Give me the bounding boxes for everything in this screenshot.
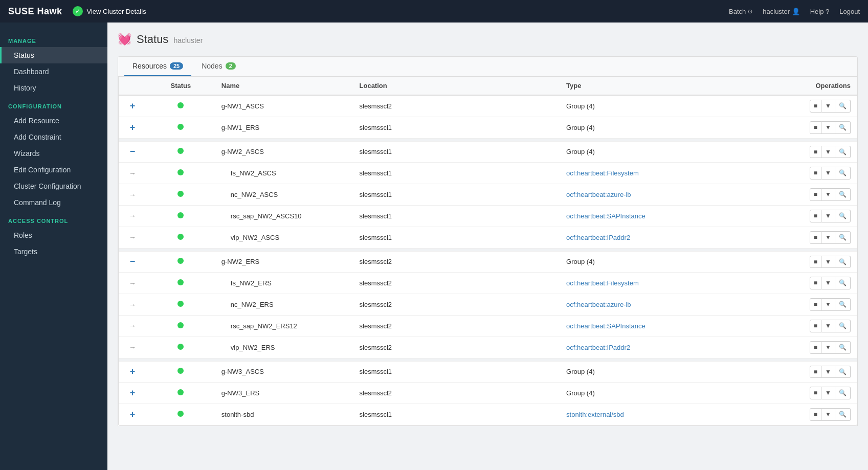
row-expander[interactable]: + <box>119 95 146 117</box>
row-expander[interactable]: − <box>119 141 146 163</box>
ops-search-button[interactable]: 🔍 <box>835 146 851 159</box>
ops-dropdown-button[interactable]: ▼ <box>821 121 835 134</box>
row-expander[interactable]: − <box>119 251 146 273</box>
stop-button[interactable]: ■ <box>810 277 821 289</box>
ops-search-button[interactable]: 🔍 <box>835 408 851 421</box>
ops-search-button[interactable]: 🔍 <box>835 387 851 399</box>
stop-button[interactable]: ■ <box>810 298 821 311</box>
ops-dropdown-button[interactable]: ▼ <box>821 210 835 222</box>
stop-button[interactable]: ■ <box>810 100 821 113</box>
stop-button[interactable]: ■ <box>810 210 821 222</box>
stop-button[interactable]: ■ <box>810 188 821 201</box>
row-type[interactable]: ocf:heartbeat:Filesystem <box>560 163 753 184</box>
row-expander[interactable]: → <box>119 337 146 358</box>
row-expander[interactable]: → <box>119 227 146 248</box>
ops-search-button[interactable]: 🔍 <box>835 231 851 244</box>
logout-link[interactable]: Logout <box>839 8 860 15</box>
type-link[interactable]: ocf:heartbeat:IPaddr2 <box>566 234 630 241</box>
ops-search-button[interactable]: 🔍 <box>835 121 851 134</box>
tab-nodes[interactable]: Nodes 2 <box>193 57 244 76</box>
row-expander[interactable]: + <box>119 117 146 138</box>
row-expander[interactable]: → <box>119 163 146 184</box>
ops-dropdown-button[interactable]: ▼ <box>821 188 835 201</box>
ops-dropdown-button[interactable]: ▼ <box>821 277 835 289</box>
ops-dropdown-button[interactable]: ▼ <box>821 366 835 378</box>
row-type[interactable]: ocf:heartbeat:azure-lb <box>560 184 753 206</box>
ops-dropdown-button[interactable]: ▼ <box>821 256 835 268</box>
stop-button[interactable]: ■ <box>810 167 821 180</box>
stop-button[interactable]: ■ <box>810 146 821 159</box>
type-link[interactable]: ocf:heartbeat:Filesystem <box>566 169 639 177</box>
stop-button[interactable]: ■ <box>810 320 821 332</box>
ops-search-button[interactable]: 🔍 <box>835 210 851 222</box>
type-link[interactable]: ocf:heartbeat:SAPInstance <box>566 212 646 220</box>
ops-search-button[interactable]: 🔍 <box>835 167 851 180</box>
batch-button[interactable]: Batch ⊙ <box>729 8 752 15</box>
row-expander[interactable]: → <box>119 184 146 206</box>
ops-search-button[interactable]: 🔍 <box>835 298 851 311</box>
row-type[interactable]: ocf:heartbeat:SAPInstance <box>560 315 753 337</box>
type-link[interactable]: ocf:heartbeat:azure-lb <box>566 191 631 198</box>
ops-search-button[interactable]: 🔍 <box>835 366 851 378</box>
stop-button[interactable]: ■ <box>810 387 821 399</box>
type-link[interactable]: ocf:heartbeat:Filesystem <box>566 279 639 287</box>
row-expander[interactable]: → <box>119 294 146 316</box>
ops-dropdown-button[interactable]: ▼ <box>821 298 835 311</box>
row-type[interactable]: stonith:external/sbd <box>560 404 753 426</box>
sidebar-item-add-constraint[interactable]: Add Constraint <box>0 129 107 145</box>
row-expander[interactable]: → <box>119 273 146 294</box>
row-type[interactable]: ocf:heartbeat:IPaddr2 <box>560 227 753 248</box>
row-type[interactable]: ocf:heartbeat:Filesystem <box>560 273 753 294</box>
row-type[interactable]: ocf:heartbeat:azure-lb <box>560 294 753 316</box>
type-link[interactable]: ocf:heartbeat:azure-lb <box>566 301 631 308</box>
ops-search-button[interactable]: 🔍 <box>835 100 851 113</box>
tab-resources[interactable]: Resources 25 <box>124 57 191 76</box>
help-link[interactable]: Help ? <box>810 8 830 15</box>
stop-button[interactable]: ■ <box>810 366 821 378</box>
row-expander[interactable]: → <box>119 205 146 227</box>
ops-dropdown-button[interactable]: ▼ <box>821 167 835 180</box>
sidebar-item-dashboard[interactable]: Dashboard <box>0 63 107 80</box>
row-type[interactable]: ocf:heartbeat:IPaddr2 <box>560 337 753 358</box>
stop-button[interactable]: ■ <box>810 121 821 134</box>
ops-dropdown-button[interactable]: ▼ <box>821 320 835 332</box>
type-link[interactable]: ocf:heartbeat:IPaddr2 <box>566 344 630 351</box>
table-row: →vip_NW2_ERSslesmsscl2ocf:heartbeat:IPad… <box>119 337 857 358</box>
sidebar-item-command-log[interactable]: Command Log <box>0 194 107 211</box>
row-expander[interactable]: + <box>119 361 146 383</box>
row-expander[interactable]: + <box>119 404 146 426</box>
sidebar-item-edit-configuration[interactable]: Edit Configuration <box>0 162 107 178</box>
sidebar-item-cluster-configuration[interactable]: Cluster Configuration <box>0 178 107 194</box>
stop-button[interactable]: ■ <box>810 408 821 421</box>
row-name: fs_NW2_ASCS <box>215 163 353 184</box>
stop-button[interactable]: ■ <box>810 341 821 354</box>
row-type[interactable]: ocf:heartbeat:SAPInstance <box>560 205 753 227</box>
user-menu[interactable]: hacluster 👤 <box>763 8 799 15</box>
ops-dropdown-button[interactable]: ▼ <box>821 231 835 244</box>
ops-search-button[interactable]: 🔍 <box>835 320 851 332</box>
row-type: Group (4) <box>560 95 753 117</box>
ops-dropdown-button[interactable]: ▼ <box>821 341 835 354</box>
view-cluster-details-link[interactable]: View Cluster Details <box>87 8 146 15</box>
ops-dropdown-button[interactable]: ▼ <box>821 100 835 113</box>
sidebar-item-status[interactable]: Status <box>0 47 107 63</box>
cluster-status-indicator[interactable]: ✓ View Cluster Details <box>73 6 146 16</box>
row-expander[interactable]: + <box>119 383 146 404</box>
ops-dropdown-button[interactable]: ▼ <box>821 387 835 399</box>
type-link[interactable]: ocf:heartbeat:SAPInstance <box>566 322 646 330</box>
sidebar-item-roles[interactable]: Roles <box>0 227 107 243</box>
sidebar-item-wizards[interactable]: Wizards <box>0 145 107 162</box>
sidebar-item-targets[interactable]: Targets <box>0 243 107 260</box>
sidebar-item-history[interactable]: History <box>0 80 107 96</box>
ops-search-button[interactable]: 🔍 <box>835 341 851 354</box>
ops-search-button[interactable]: 🔍 <box>835 256 851 268</box>
stop-button[interactable]: ■ <box>810 231 821 244</box>
row-expander[interactable]: → <box>119 315 146 337</box>
stop-button[interactable]: ■ <box>810 256 821 268</box>
sidebar-item-add-resource[interactable]: Add Resource <box>0 113 107 129</box>
ops-search-button[interactable]: 🔍 <box>835 277 851 289</box>
ops-dropdown-button[interactable]: ▼ <box>821 146 835 159</box>
ops-dropdown-button[interactable]: ▼ <box>821 408 835 421</box>
ops-search-button[interactable]: 🔍 <box>835 188 851 201</box>
type-link[interactable]: stonith:external/sbd <box>566 411 624 418</box>
